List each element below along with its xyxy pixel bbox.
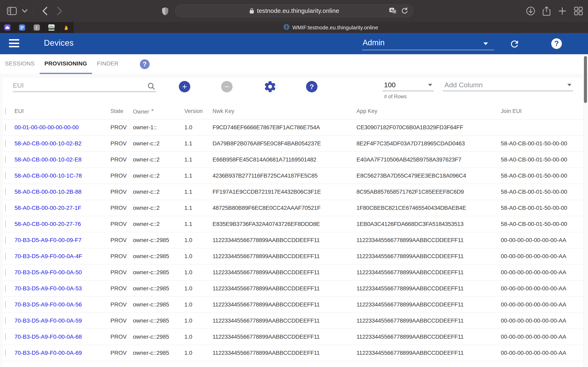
table-row: 70-B3-D5-A9-F0-00-0A-69 PROV owner-c::29… <box>2 345 583 361</box>
sidebar-chevron-down-icon[interactable] <box>22 9 27 13</box>
back-button[interactable] <box>42 7 48 16</box>
eui-link[interactable]: 58-A0-CB-00-00-20-27-1F <box>15 205 81 211</box>
row-checkbox[interactable] <box>5 301 6 308</box>
refresh-button[interactable] <box>509 39 520 49</box>
column-header-version[interactable]: Version <box>184 108 213 114</box>
account-select[interactable]: Admin <box>362 37 494 50</box>
row-checkbox[interactable] <box>5 333 6 340</box>
join-eui-cell: 58-A0-CB-00-01-50-00-00 <box>501 173 583 179</box>
notes-app-icon: | <box>34 25 40 31</box>
downloads-button[interactable] <box>526 6 535 16</box>
row-checkbox[interactable] <box>5 156 6 163</box>
owner-cell: owner-c::2 <box>133 205 184 211</box>
nwk-key-cell: 4236B937B277116FB725CA4187FE5C85 <box>213 173 356 179</box>
app-key-cell: 8C95AB857658571762F1C85EEEF8C6D9 <box>356 189 501 195</box>
pinned-tab-cloud[interactable] <box>0 22 15 33</box>
eui-link[interactable]: 00-01-00-00-00-00-00-00 <box>15 124 79 131</box>
eui-link[interactable]: 70-B3-D5-A9-F0-00-0A-4F <box>15 253 82 259</box>
nwk-key-cell: 112233445566778899AABBCCDDEEFF11 <box>213 301 356 308</box>
chevron-down-icon <box>567 84 571 86</box>
eui-link[interactable]: 58-A0-CB-00-00-10-02-B2 <box>15 140 81 147</box>
row-checkbox[interactable] <box>5 253 6 260</box>
table-row: 58-A0-CB-00-00-10-02-B2 PROV owner-c::2 … <box>2 136 583 152</box>
eui-link[interactable]: 70-B3-D5-A9-F0-00-0A-68 <box>15 334 82 340</box>
tab-finder[interactable]: FINDER <box>92 54 123 74</box>
join-eui-cell: 00-00-00-00-00-00-00-AA <box>501 301 583 308</box>
privacy-shield-icon[interactable] <box>161 7 169 16</box>
address-bar[interactable]: testnode.eu.thingularity.online A <box>175 4 413 17</box>
version-cell: 1.1 <box>184 156 213 163</box>
state-cell: PROV <box>111 237 133 243</box>
add-device-button[interactable]: + <box>179 81 190 92</box>
filter-help-button[interactable]: ? <box>306 81 318 92</box>
eui-link[interactable]: 70-B3-D5-A9-F0-00-0A-59 <box>15 317 82 324</box>
row-checkbox[interactable] <box>5 236 6 244</box>
tab-provisioning[interactable]: PROVISIONING <box>40 54 92 74</box>
row-checkbox[interactable] <box>5 349 6 356</box>
row-checkbox[interactable] <box>5 317 6 324</box>
tab-overview-button[interactable] <box>574 6 583 16</box>
row-checkbox[interactable] <box>5 220 6 227</box>
search-icon[interactable] <box>147 82 155 91</box>
row-checkbox[interactable] <box>5 140 6 147</box>
forward-button[interactable] <box>57 7 63 16</box>
remove-owner-column-button[interactable]: × <box>151 108 154 113</box>
active-tab[interactable]: WMIF:testnode.eu.thingularity.online <box>73 22 588 33</box>
share-button[interactable] <box>542 6 551 16</box>
state-cell: PROV <box>111 334 133 340</box>
eui-link[interactable]: 58-A0-CB-00-00-20-27-76 <box>15 221 81 227</box>
tabs-help-button[interactable]: ? <box>140 59 150 69</box>
new-tab-button[interactable] <box>558 7 567 16</box>
column-header-owner[interactable]: Owner× <box>133 108 184 115</box>
owner-cell: owner-c::2 <box>133 189 184 195</box>
eui-link[interactable]: 70-B3-D5-A9-F0-00-0A-53 <box>15 285 82 292</box>
reload-icon[interactable] <box>401 7 408 15</box>
section-tabbar: SESSIONS PROVISIONING FINDER ? <box>0 54 588 74</box>
eui-link[interactable]: 58-A0-CB-00-00-10-02-E8 <box>15 156 81 163</box>
browser-toolbar: testnode.eu.thingularity.online A <box>0 0 588 22</box>
join-eui-cell: 58-A0-CB-00-01-50-00-00 <box>501 221 583 227</box>
row-checkbox[interactable] <box>5 285 6 292</box>
tab-strip: | USDA WMIF:testnode.eu.thingularity.onl… <box>0 22 588 33</box>
row-checkbox[interactable] <box>5 124 6 131</box>
eui-link[interactable]: 70-B3-D5-A9-F0-00-0A-69 <box>15 350 82 356</box>
eui-link[interactable]: 70-B3-D5-A9-F0-00-0A-56 <box>15 301 82 308</box>
row-checkbox[interactable] <box>5 204 6 211</box>
add-column-select[interactable]: Add Column <box>443 79 573 91</box>
join-eui-cell: 00-00-00-00-00-00-00-AA <box>501 237 583 243</box>
column-header-nwk-key[interactable]: Nwk Key <box>213 108 356 114</box>
tab-sessions[interactable]: SESSIONS <box>0 54 40 74</box>
eui-link[interactable]: 58-A0-CB-00-00-10-1C-78 <box>15 173 82 179</box>
pinned-tab-usda[interactable]: USDA <box>44 22 59 33</box>
nwk-key-cell: 112233445566778899AABBCCDDEEFF11 <box>213 237 356 243</box>
remove-device-button[interactable]: − <box>221 81 233 92</box>
header-help-button[interactable]: ? <box>551 38 562 49</box>
eui-search-input[interactable] <box>13 80 144 91</box>
app-key-cell: 112233445566778899AABBCCDDEEFF11 <box>356 285 501 292</box>
state-cell: PROV <box>111 189 133 195</box>
menu-icon[interactable] <box>9 39 19 47</box>
owner-cell: owner-c::2985 <box>133 334 184 340</box>
row-checkbox[interactable] <box>5 269 6 276</box>
row-checkbox[interactable] <box>5 188 6 195</box>
column-header-app-key[interactable]: App Key <box>356 108 501 114</box>
pinned-tab-firebase[interactable] <box>59 22 73 33</box>
app-key-cell: 8E2F4F7C354DF03A7D718965CDAD0463 <box>356 140 501 147</box>
column-header-state[interactable]: State <box>111 108 133 114</box>
column-header-join-eui[interactable]: Join EUI <box>501 108 583 114</box>
pinned-tab-docs[interactable] <box>15 22 29 33</box>
translate-icon[interactable]: A <box>389 7 397 14</box>
eui-link[interactable]: 70-B3-D5-A9-F0-00-0A-50 <box>15 269 82 275</box>
pinned-tab-notes[interactable]: | <box>29 22 44 33</box>
row-checkbox[interactable] <box>5 172 6 179</box>
rows-per-page-select[interactable]: 100 <box>382 79 434 91</box>
app-key-cell: CE30907182F070C6B0A1B329FD3F64FF <box>356 124 501 131</box>
sidebar-toggle-button[interactable] <box>7 7 17 15</box>
vertical-scrollbar[interactable] <box>584 56 587 103</box>
column-header-eui[interactable]: EUI <box>15 108 111 114</box>
select-all-checkbox[interactable] <box>5 108 6 115</box>
join-eui-cell: 58-A0-CB-00-01-50-00-00 <box>501 205 583 211</box>
eui-link[interactable]: 58-A0-CB-00-00-10-2B-88 <box>15 189 81 195</box>
eui-link[interactable]: 70-B3-D5-A9-F0-00-09-F7 <box>15 237 81 243</box>
settings-gear-icon[interactable] <box>264 80 277 94</box>
